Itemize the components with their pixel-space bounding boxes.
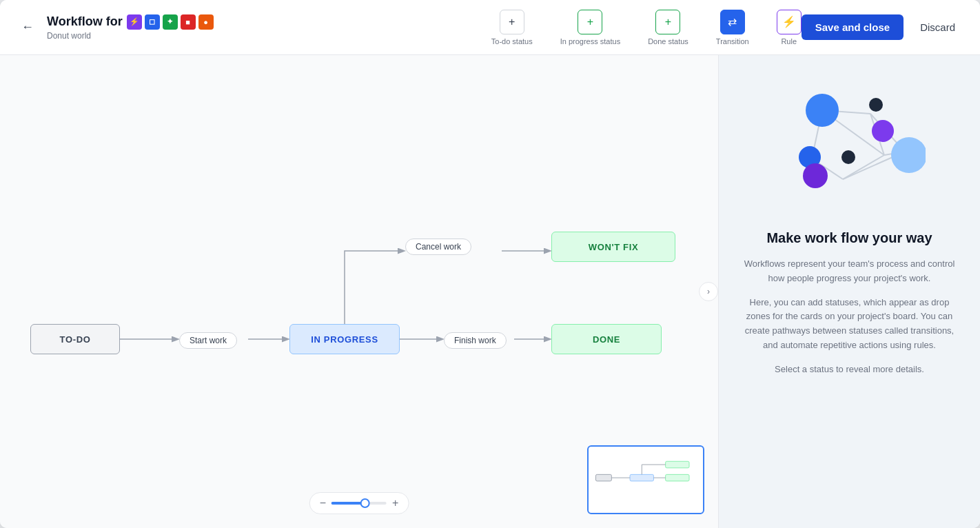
header: ← Workflow for ⚡ ◻ ✦ ■ ● Donut world + — [0, 0, 980, 55]
zoom-slider[interactable] — [331, 502, 387, 505]
project-icon-1: ⚡ — [127, 14, 142, 30]
zoom-thumb — [360, 498, 370, 508]
svg-point-25 — [841, 150, 855, 164]
project-icon-2: ◻ — [145, 14, 160, 30]
mini-map-inner — [589, 447, 703, 513]
transition-label: Transition — [716, 37, 749, 45]
network-graph-svg — [774, 76, 926, 214]
cancel-work-transition[interactable]: Cancel work — [405, 238, 471, 255]
svg-point-28 — [891, 137, 926, 173]
todo-node[interactable]: TO-DO — [30, 324, 120, 354]
finish-work-transition[interactable]: Finish work — [444, 332, 507, 349]
svg-point-24 — [872, 120, 894, 142]
right-panel: Make work flow your way Workflows repres… — [718, 55, 980, 528]
workflow-canvas: TO-DO IN PROGRESS DONE WON'T FIX Start w… — [0, 55, 718, 528]
in-progress-status-button[interactable]: + In progress status — [560, 10, 620, 45]
start-work-transition[interactable]: Start work — [179, 332, 237, 349]
done-node-label: DONE — [593, 334, 620, 345]
done-status-icon: + — [655, 10, 680, 34]
wontfix-node-label: WON'T FIX — [589, 242, 639, 252]
transition-icon: ⇄ — [720, 10, 745, 34]
svg-point-23 — [869, 98, 883, 112]
project-icon-4: ■ — [181, 14, 196, 30]
in-progress-status-label: In progress status — [560, 37, 620, 45]
done-node[interactable]: DONE — [551, 324, 662, 354]
canvas-area[interactable]: TO-DO IN PROGRESS DONE WON'T FIX Start w… — [0, 55, 718, 528]
cancel-work-label: Cancel work — [416, 242, 461, 252]
main-content: TO-DO IN PROGRESS DONE WON'T FIX Start w… — [0, 55, 980, 528]
in-progress-node[interactable]: IN PROGRESS — [289, 324, 400, 354]
workflow-title-block: Workflow for ⚡ ◻ ✦ ■ ● Donut world — [47, 14, 214, 41]
todo-status-button[interactable]: + To-do status — [491, 10, 533, 45]
mini-map — [587, 445, 704, 514]
save-close-button[interactable]: Save and close — [802, 14, 904, 40]
panel-text-3: Select a status to reveal more details. — [775, 363, 924, 377]
back-button[interactable]: ← — [17, 17, 39, 39]
todo-node-label: TO-DO — [60, 334, 91, 345]
svg-rect-5 — [595, 474, 611, 481]
svg-rect-8 — [666, 461, 689, 468]
zoom-in-button[interactable]: + — [392, 497, 398, 509]
zoom-out-button[interactable]: − — [320, 497, 326, 509]
workflow-subtitle: Donut world — [47, 31, 214, 41]
todo-status-icon: + — [500, 10, 524, 34]
todo-status-label: To-do status — [491, 37, 533, 45]
transition-button[interactable]: ⇄ Transition — [716, 10, 749, 45]
start-work-label: Start work — [190, 336, 227, 345]
rule-button[interactable]: ⚡ Rule — [777, 10, 802, 45]
svg-rect-6 — [630, 474, 653, 481]
svg-point-22 — [806, 94, 839, 127]
header-right: Save and close Discard — [802, 14, 963, 40]
panel-text-1: Workflows represent your team's process … — [739, 257, 959, 286]
network-graph — [774, 76, 926, 214]
rule-icon: ⚡ — [777, 10, 802, 34]
in-progress-node-label: IN PROGRESS — [311, 334, 378, 345]
panel-title: Make work flow your way — [766, 230, 932, 246]
zoom-track — [331, 502, 362, 505]
panel-text-2: Here, you can add statuses, which appear… — [739, 296, 959, 353]
workflow-icons: ⚡ ◻ ✦ ■ ● — [127, 14, 214, 30]
project-icon-3: ✦ — [163, 14, 178, 30]
svg-rect-7 — [666, 474, 689, 481]
wontfix-node[interactable]: WON'T FIX — [551, 232, 675, 262]
workflow-title: Workflow for ⚡ ◻ ✦ ■ ● — [47, 14, 214, 30]
header-center: + To-do status + In progress status + Do… — [491, 10, 802, 45]
done-status-button[interactable]: + Done status — [648, 10, 688, 45]
header-left: ← Workflow for ⚡ ◻ ✦ ■ ● Donut world — [17, 14, 491, 41]
discard-button[interactable]: Discard — [912, 14, 963, 40]
mini-map-svg — [593, 451, 699, 509]
svg-point-27 — [803, 163, 828, 188]
title-prefix: Workflow for — [47, 14, 123, 29]
in-progress-status-icon: + — [578, 10, 602, 34]
done-status-label: Done status — [648, 37, 688, 45]
panel-toggle-button[interactable]: › — [699, 282, 718, 301]
project-icon-5: ● — [198, 14, 214, 30]
rule-label: Rule — [781, 37, 797, 45]
finish-work-label: Finish work — [454, 336, 496, 345]
zoom-controls: − + — [309, 492, 409, 514]
